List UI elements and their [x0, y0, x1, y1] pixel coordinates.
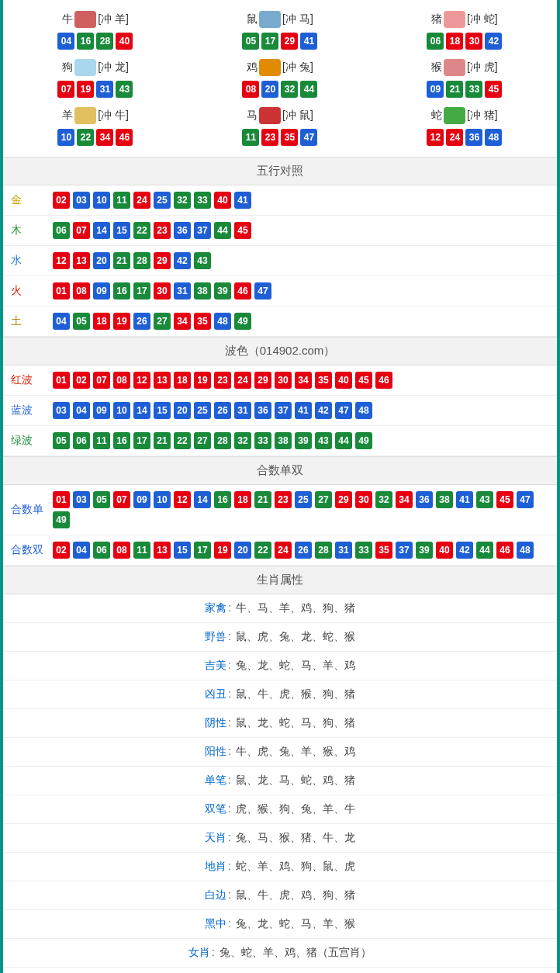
- number-ball: 27: [315, 491, 332, 508]
- row-label: 水: [11, 254, 45, 268]
- number-ball: 19: [214, 542, 231, 559]
- number-ball: 19: [77, 81, 94, 98]
- number-ball: 02: [53, 542, 70, 559]
- number-ball: 37: [275, 402, 292, 419]
- number-ball: 46: [116, 129, 133, 146]
- number-ball: 45: [485, 81, 502, 98]
- attr-sep: :: [228, 630, 231, 642]
- zodiac-nums: 04162840: [3, 33, 188, 50]
- zodiac-name: 猪: [431, 12, 442, 25]
- number-ball: 41: [300, 33, 317, 50]
- number-ball: 20: [174, 402, 191, 419]
- attr-sep: :: [228, 745, 231, 757]
- number-ball: 28: [96, 33, 113, 50]
- number-ball: 11: [133, 542, 150, 559]
- attr-row: 女肖: 兔、蛇、羊、鸡、猪（五宫肖）: [3, 939, 557, 968]
- number-ball: 47: [300, 129, 317, 146]
- zodiac-nums: 05172941: [188, 33, 372, 50]
- num-row: 红波0102070812131819232429303435404546: [3, 365, 557, 396]
- attr-row: 吉美: 兔、龙、蛇、马、羊、鸡: [3, 652, 557, 680]
- attr-row: 单笔: 鼠、龙、马、蛇、鸡、猪: [3, 767, 557, 795]
- number-ball: 29: [281, 33, 298, 50]
- number-ball: 20: [234, 542, 251, 559]
- number-ball: 43: [476, 491, 493, 508]
- number-ball: 01: [53, 372, 70, 389]
- zodiac-clash: [冲 蛇]: [467, 12, 498, 25]
- number-ball: 10: [57, 129, 74, 146]
- zodiac-nums: 12243648: [372, 129, 557, 146]
- attr-key: 黑中: [205, 917, 226, 930]
- section-attr: 生肖属性 家禽: 牛、马、羊、鸡、狗、猪野兽: 鼠、虎、兔、龙、蛇、猴吉美: 兔…: [3, 566, 557, 973]
- attr-sep: :: [228, 802, 231, 815]
- number-ball: 42: [174, 252, 191, 269]
- row-label: 金: [11, 193, 45, 207]
- attr-key: 家禽: [205, 601, 226, 614]
- attr-val: 兔、龙、蛇、马、羊、鸡: [236, 659, 355, 671]
- attr-val: 兔、龙、蛇、马、羊、猴: [236, 917, 355, 930]
- number-ball: 09: [427, 81, 444, 98]
- number-ball: 08: [242, 81, 259, 98]
- number-ball: 08: [113, 372, 130, 389]
- number-ball: 46: [496, 542, 513, 559]
- number-ball: 04: [57, 33, 74, 50]
- attr-row: 天肖: 兔、马、猴、猪、牛、龙: [3, 824, 557, 853]
- row-nums: 04051819262734354849: [53, 313, 251, 330]
- number-ball: 46: [375, 372, 392, 389]
- attr-key: 凶丑: [205, 687, 226, 700]
- attr-row: 地肖: 蛇、羊、鸡、狗、鼠、虎: [3, 853, 557, 881]
- zodiac-icon: [259, 59, 281, 76]
- number-ball: 39: [214, 282, 231, 300]
- number-ball: 04: [73, 542, 90, 559]
- number-ball: 12: [133, 372, 150, 389]
- number-ball: 26: [214, 402, 231, 419]
- zodiac-title: 鼠[冲 马]: [188, 11, 372, 28]
- zodiac-title: 鸡[冲 兔]: [188, 59, 372, 76]
- number-ball: 48: [214, 313, 231, 330]
- zodiac-nums: 11233547: [188, 129, 372, 146]
- number-ball: 23: [214, 372, 231, 389]
- section-wuxing: 五行对照 金02031011242532334041木0607141522233…: [3, 157, 557, 337]
- zodiac-nums: 10223446: [3, 129, 188, 146]
- attr-row: 野兽: 鼠、虎、兔、龙、蛇、猴: [3, 623, 557, 652]
- number-ball: 40: [214, 192, 231, 209]
- attr-val: 牛、马、羊、鸡、狗、猪: [236, 601, 355, 614]
- number-ball: 31: [335, 542, 352, 559]
- zodiac-name: 马: [247, 109, 258, 121]
- heshu-title: 合数单双: [3, 457, 557, 485]
- number-ball: 31: [96, 81, 113, 98]
- attr-sep: :: [228, 888, 231, 901]
- row-nums: 0103050709101214161821232527293032343638…: [53, 491, 549, 528]
- number-ball: 37: [396, 542, 413, 559]
- row-label: 红波: [11, 373, 45, 387]
- number-ball: 08: [73, 282, 90, 300]
- number-ball: 48: [485, 129, 502, 146]
- zodiac-name: 狗: [62, 61, 73, 73]
- number-ball: 03: [73, 192, 90, 209]
- number-ball: 25: [295, 491, 312, 508]
- number-ball: 34: [174, 313, 191, 330]
- attr-row: 阳性: 牛、虎、兔、羊、猴、鸡: [3, 738, 557, 767]
- number-ball: 14: [133, 402, 150, 419]
- number-ball: 38: [436, 491, 453, 508]
- zodiac-icon: [444, 11, 465, 28]
- number-ball: 07: [113, 491, 130, 508]
- row-label: 蓝波: [11, 403, 45, 417]
- number-ball: 08: [113, 542, 130, 559]
- number-ball: 33: [254, 432, 271, 449]
- number-ball: 15: [154, 402, 171, 419]
- num-row: 绿波05061116172122272832333839434449: [3, 426, 557, 456]
- attr-val: 牛、虎、兔、羊、猴、鸡: [236, 745, 355, 757]
- number-ball: 28: [214, 432, 231, 449]
- number-ball: 35: [375, 542, 392, 559]
- zodiac-clash: [冲 牛]: [98, 109, 129, 121]
- number-ball: 25: [154, 192, 171, 209]
- number-ball: 33: [194, 192, 211, 209]
- number-ball: 32: [281, 81, 298, 98]
- number-ball: 05: [53, 432, 70, 449]
- row-nums: 03040910141520252631363741424748: [53, 402, 372, 419]
- attr-val: 鼠、龙、马、蛇、鸡、猪: [236, 774, 355, 786]
- number-ball: 14: [194, 491, 211, 508]
- row-label: 土: [11, 314, 45, 328]
- attr-val: 鼠、龙、蛇、马、狗、猪: [236, 716, 355, 729]
- number-ball: 18: [93, 313, 110, 330]
